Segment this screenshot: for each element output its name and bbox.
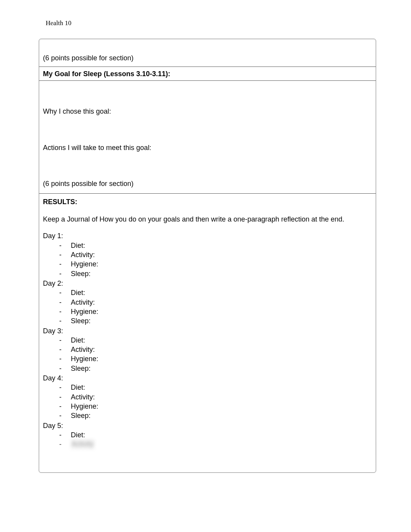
day-label: Day 2: bbox=[43, 279, 372, 288]
list-item: Diet: bbox=[59, 383, 372, 392]
day-items: Diet:Activity:Hygiene:Sleep: bbox=[43, 241, 372, 278]
results-cell: RESULTS: Keep a Journal of How you do on… bbox=[39, 193, 376, 472]
goal-body-cell: Why I chose this goal: Actions I will ta… bbox=[39, 81, 376, 193]
actions-label: Actions I will take to meet this goal: bbox=[43, 143, 372, 152]
section-points-a: (6 points possible for section) bbox=[43, 54, 372, 63]
list-item: Hygiene: bbox=[59, 402, 372, 411]
list-item: Activity: bbox=[59, 298, 372, 307]
page-header: Health 10 bbox=[46, 19, 376, 27]
list-item: Activity: bbox=[59, 392, 372, 402]
day-label: Day 5: bbox=[43, 421, 372, 430]
list-item: Sleep: bbox=[59, 269, 372, 278]
list-item: Diet: bbox=[59, 430, 372, 440]
goal-heading: My Goal for Sleep (Lessons 3.10-3.11): bbox=[39, 67, 376, 81]
list-item: Activity: bbox=[59, 250, 372, 259]
why-label: Why I chose this goal: bbox=[43, 107, 372, 116]
list-item: Activity: bbox=[59, 345, 372, 354]
blurred-text: Activity bbox=[71, 440, 94, 449]
day-label: Day 3: bbox=[43, 327, 372, 336]
list-item: Diet: bbox=[59, 288, 372, 297]
document-page: Health 10 (6 points possible for section… bbox=[0, 0, 411, 496]
list-item: Sleep: bbox=[59, 364, 372, 373]
list-item: Hygiene: bbox=[59, 354, 372, 363]
day-label: Day 4: bbox=[43, 374, 372, 383]
day-items: Diet:Activity:Hygiene:Sleep: bbox=[43, 383, 372, 420]
points-cell-a: (6 points possible for section) bbox=[39, 39, 376, 67]
list-item: Hygiene: bbox=[59, 307, 372, 316]
days-container: Day 1:Diet:Activity:Hygiene:Sleep:Day 2:… bbox=[43, 232, 372, 449]
results-intro: Keep a Journal of How you do on your goa… bbox=[43, 215, 372, 224]
section-points-b: (6 points possible for section) bbox=[43, 179, 372, 188]
list-item: Sleep: bbox=[59, 316, 372, 326]
content-table: (6 points possible for section) My Goal … bbox=[39, 39, 376, 473]
list-item: Diet: bbox=[59, 336, 372, 345]
day-items: Diet:Activity bbox=[43, 430, 372, 449]
day-items: Diet:Activity:Hygiene:Sleep: bbox=[43, 288, 372, 326]
list-item: Diet: bbox=[59, 241, 372, 250]
day-items: Diet:Activity:Hygiene:Sleep: bbox=[43, 336, 372, 373]
results-heading: RESULTS: bbox=[43, 198, 372, 206]
list-item-blurred: Activity bbox=[59, 440, 372, 449]
day-label: Day 1: bbox=[43, 232, 372, 240]
list-item: Hygiene: bbox=[59, 259, 372, 269]
list-item: Sleep: bbox=[59, 411, 372, 420]
